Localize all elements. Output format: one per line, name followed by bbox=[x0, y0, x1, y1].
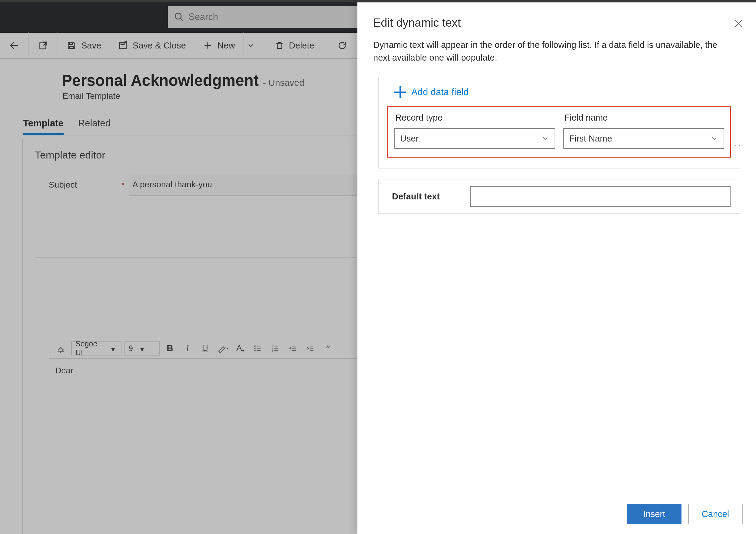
data-fields-card: Add data field Record type Field name Us… bbox=[378, 77, 740, 169]
panel-footer: Insert Cancel bbox=[627, 504, 743, 524]
record-type-value: User bbox=[400, 134, 418, 144]
panel-description: Dynamic text will appear in the order of… bbox=[373, 39, 735, 64]
add-data-field-button[interactable]: Add data field bbox=[394, 86, 731, 98]
plus-icon bbox=[394, 86, 406, 98]
close-icon bbox=[734, 19, 743, 28]
cancel-button[interactable]: Cancel bbox=[688, 504, 743, 524]
field-name-label: Field name bbox=[564, 113, 724, 123]
record-type-label: Record type bbox=[395, 113, 555, 123]
modal-scrim bbox=[0, 0, 357, 534]
record-type-select[interactable]: User bbox=[394, 128, 555, 149]
add-data-field-label: Add data field bbox=[411, 87, 469, 98]
insert-button[interactable]: Insert bbox=[627, 504, 682, 524]
edit-dynamic-text-panel: Edit dynamic text Dynamic text will appe… bbox=[357, 2, 756, 534]
row-more-menu[interactable]: ··· bbox=[733, 139, 746, 152]
default-text-input[interactable] bbox=[470, 186, 731, 207]
panel-close-button[interactable] bbox=[732, 17, 745, 30]
field-name-value: First Name bbox=[569, 134, 612, 144]
panel-title: Edit dynamic text bbox=[373, 16, 756, 29]
chevron-down-icon bbox=[710, 134, 718, 142]
chevron-down-icon bbox=[541, 134, 549, 142]
default-text-label: Default text bbox=[392, 191, 440, 202]
data-field-row-highlight: Record type Field name User First Name ·… bbox=[387, 106, 731, 157]
field-name-select[interactable]: First Name bbox=[563, 128, 724, 149]
default-text-card: Default text bbox=[378, 179, 740, 214]
